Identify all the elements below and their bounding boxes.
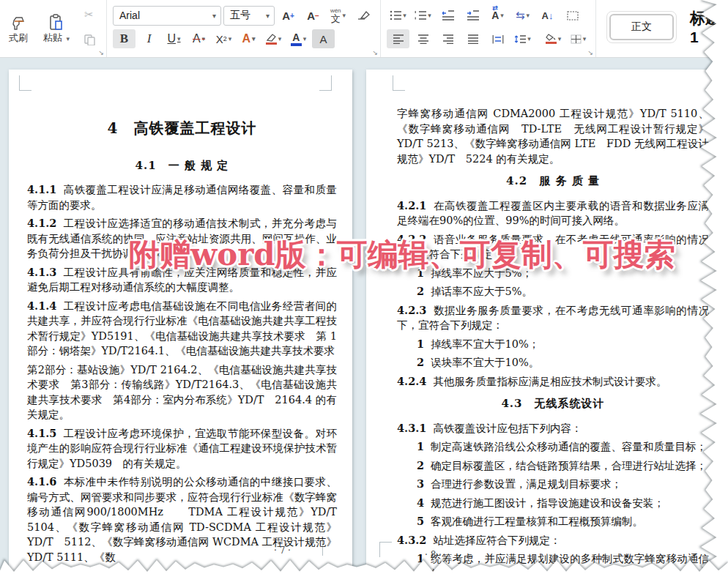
italic-button[interactable]: I: [138, 29, 160, 48]
grow-font-icon: A: [282, 10, 290, 22]
font-dialog-launcher-icon[interactable]: ↘: [372, 49, 378, 56]
promo-watermark: 附赠word版：可编辑、可复制、可搜索: [129, 234, 675, 275]
margin-mark-icon: [379, 542, 392, 557]
paragraph: 1制定高速铁路沿线公众移动通信的覆盖、容量和质量目标；: [397, 439, 709, 455]
format-painter-icon: [10, 10, 26, 31]
underline-icon: U: [167, 32, 176, 45]
justify-button[interactable]: [461, 29, 484, 48]
align-center-button[interactable]: [412, 29, 434, 48]
paragraph: 4.3.1高铁覆盖设计应包括下列内容：: [397, 421, 709, 436]
page-number: · 8 ·: [425, 550, 442, 560]
char-scale-icon: ⇄A: [491, 10, 499, 21]
decrease-indent-icon: [442, 10, 454, 21]
strikethrough-button[interactable]: A▾: [187, 29, 210, 48]
paragraph: 4规范进行施工图设计，指导设施建设和设备安装；: [397, 496, 709, 511]
paragraph: 4.3.2站址选择应符合下列规定：: [397, 533, 709, 548]
strikethrough-icon: A: [193, 32, 201, 45]
section-heading: 4.3 无线系统设计: [397, 396, 709, 411]
show-marks-icon: [567, 11, 579, 21]
distribute-button[interactable]: [486, 29, 509, 48]
format-painter-label: 式刷: [9, 31, 28, 45]
paragraph: 2误块率不宜大于10%。: [397, 355, 709, 370]
pinyin-guide-icon: wén文: [330, 8, 341, 23]
shrink-font-icon: A: [307, 10, 315, 22]
eraser-icon: [357, 10, 370, 21]
margin-mark-icon: [393, 75, 405, 91]
increase-indent-icon: [467, 10, 479, 21]
paste-button[interactable]: 粘贴 ▾: [40, 4, 73, 50]
swap-text-button[interactable]: ⇆▾: [511, 6, 534, 25]
highlight-color-button[interactable]: ▾: [262, 29, 285, 48]
copy-button[interactable]: [78, 30, 100, 49]
margin-mark-icon: [19, 75, 31, 91]
caret-down-icon: ▾: [67, 35, 70, 42]
paragraph: 5客观准确进行工程量核算和工程概预算编制。: [397, 514, 709, 529]
pinyin-guide-button[interactable]: wén文 ▾: [327, 6, 349, 25]
clipboard-group: 式刷 粘贴 ▾ ✂ ↘: [0, 0, 107, 57]
justify-icon: [467, 34, 479, 44]
styles-group: 正文 标题 1: [596, 0, 728, 57]
paragraph: 2掉话率不应大于5%。: [397, 284, 709, 299]
bullet-list-button[interactable]: ▾: [387, 6, 409, 25]
font-color-button[interactable]: A ▾: [287, 29, 310, 48]
clear-format-button[interactable]: [352, 6, 374, 25]
char-shading-button[interactable]: A: [312, 29, 335, 48]
cut-icon: ✂: [84, 8, 94, 21]
sort-button[interactable]: A↓: [536, 6, 559, 25]
borders-button[interactable]: ▾: [567, 29, 590, 48]
toolbar: 式刷 粘贴 ▾ ✂ ↘ Arial ▾ 五号 ▾ A+ A: [0, 0, 728, 58]
increase-indent-button[interactable]: [461, 6, 484, 25]
font-group: Arial ▾ 五号 ▾ A+ A− wén文 ▾ B I U▾ A▾ X2▾ …: [107, 0, 381, 57]
caret-down-icon: ▾: [266, 12, 270, 20]
page-7-content: 4 高铁覆盖工程设计4.1 一 般 规 定4.1.1高铁覆盖工程设计应满足移动通…: [27, 121, 337, 568]
paragraph: 字蜂窝移动通信网 CDMA2000 工程设计规范》YD/T 5110、《数字蜂窝…: [397, 106, 709, 166]
page-7[interactable]: 4 高铁覆盖工程设计4.1 一 般 规 定4.1.1高铁覆盖工程设计应满足移动通…: [9, 70, 352, 578]
paragraph: 4.2.4其他服务质量指标应满足相应技术制式设计要求。: [397, 374, 709, 390]
paste-icon: [48, 10, 64, 31]
shading-button[interactable]: ▾: [542, 29, 565, 48]
italic-icon: I: [147, 31, 152, 46]
page-8-content: 字蜂窝移动通信网 CDMA2000 工程设计规范》YD/T 5110、《数字蜂窝…: [397, 106, 709, 578]
decrease-indent-button[interactable]: [437, 6, 459, 25]
highlight-icon: [266, 34, 277, 45]
paragraph: 4.1.4工程设计应考虑电信基础设施在不同电信业务经营者间的共建共享，并应符合现…: [27, 299, 337, 359]
paragraph: 4.1.5工程设计应考虑环境保护，宜选取节能环保型设备。对环境产生的影响应符合现…: [27, 426, 337, 472]
paragraph: 4.1.1高铁覆盖工程设计应满足移动通信网络覆盖、容量和质量等方面的要求。: [27, 182, 337, 212]
clipboard-dialog-launcher-icon[interactable]: ↘: [98, 49, 104, 56]
page-number: · 7 ·: [274, 545, 291, 556]
align-left-button[interactable]: [387, 29, 409, 48]
distribute-icon: [492, 34, 504, 44]
paragraph-dialog-launcher-icon[interactable]: ↘: [587, 49, 593, 56]
paragraph: 第2部分：基站设施》YD/T 2164.2、《电信基础设施共建共享技术要求 第3…: [27, 362, 337, 422]
bold-button[interactable]: B: [113, 29, 135, 48]
numbered-list-button[interactable]: ▾: [412, 6, 434, 25]
font-size-select[interactable]: 五号 ▾: [223, 6, 275, 26]
show-marks-button[interactable]: [561, 6, 584, 25]
align-center-icon: [417, 34, 429, 44]
shrink-font-button[interactable]: A−: [302, 6, 324, 25]
underline-button[interactable]: U▾: [163, 29, 185, 48]
grow-font-button[interactable]: A+: [277, 6, 300, 25]
format-painter-button[interactable]: 式刷: [1, 4, 35, 50]
paragraph: 2确定目标覆盖区，结合链路预算结果，合理进行站址选择；: [397, 458, 709, 474]
line-spacing-icon: [514, 34, 526, 44]
superscript-button[interactable]: X2▾: [212, 29, 235, 48]
line-spacing-button[interactable]: ▾: [511, 29, 534, 48]
align-right-button[interactable]: [437, 29, 459, 48]
cut-button[interactable]: ✂: [78, 5, 100, 24]
char-scale-button[interactable]: ⇄A ▾: [486, 6, 509, 25]
paragraph: 1掉线率不宜大于10%；: [397, 337, 709, 352]
page-8[interactable]: 字蜂窝移动通信网 CDMA2000 工程设计规范》YD/T 5110、《数字蜂窝…: [366, 70, 716, 578]
font-family-value: Arial: [119, 10, 140, 21]
borders-icon: [571, 34, 582, 44]
font-family-select[interactable]: Arial ▾: [113, 6, 221, 26]
bullet-list-icon: [390, 10, 401, 21]
chapter-title: 4 高铁覆盖工程设计: [27, 121, 337, 136]
paste-label: 粘贴 ▾: [43, 31, 70, 45]
align-right-icon: [442, 34, 454, 44]
font-size-value: 五号: [230, 9, 250, 22]
style-heading1-button[interactable]: 标题 1: [690, 8, 722, 46]
text-effects-button[interactable]: A▾: [237, 29, 260, 48]
paragraph: 4.2.3数据业务服务质量要求，在不考虑无线可通率影响的情况下，宜符合下列规定：: [397, 303, 709, 333]
style-normal-button[interactable]: 正文: [609, 14, 674, 40]
